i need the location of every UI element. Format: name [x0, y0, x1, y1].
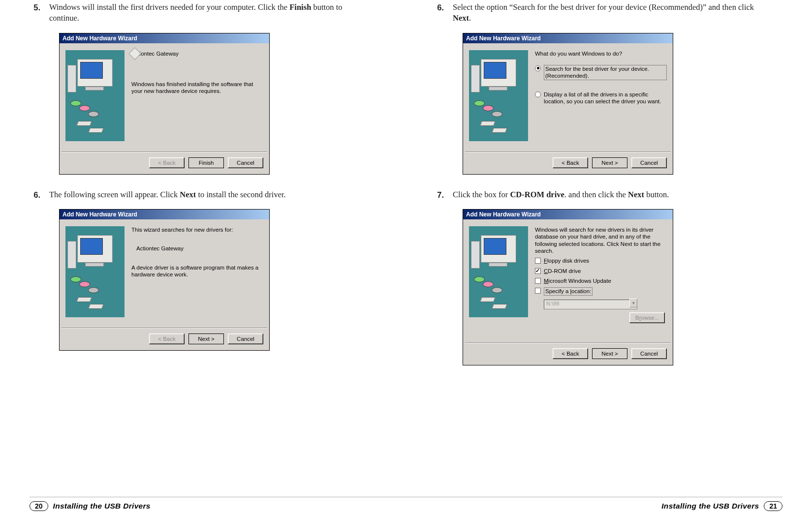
page-number-right: 21	[764, 501, 782, 511]
footer: 20 Installing the USB Drivers Installing…	[0, 501, 812, 511]
right-page: 6. Select the option “Search for the bes…	[433, 0, 768, 380]
next-button[interactable]: Next >	[592, 157, 627, 168]
wizard-art	[469, 226, 528, 317]
wizard-art	[65, 50, 125, 141]
wizard-title: Add New Hardware Wizard	[60, 33, 269, 43]
step-6-left: 6. The following screen will appear. Cli…	[30, 189, 364, 200]
footer-title-right: Installing the USB Drivers	[661, 502, 759, 511]
step-text: Windows will install the first drivers n…	[49, 2, 364, 24]
step-text: The following screen will appear. Click …	[49, 189, 286, 200]
radio-label: Display a list of all the drivers in a s…	[544, 91, 667, 105]
step-number: 5.	[30, 2, 40, 24]
check-label: CD-ROM drive	[544, 268, 581, 274]
search-intro: This wizard searches for new drivers for…	[131, 226, 263, 233]
finish-message: Windows has finished installing the soft…	[131, 81, 263, 95]
step-number: 6.	[30, 189, 40, 200]
checkbox-icon	[535, 288, 541, 294]
radio-icon	[535, 65, 541, 71]
cancel-button[interactable]: Cancel	[631, 157, 667, 168]
wizard-art	[65, 226, 125, 317]
next-button[interactable]: Next >	[592, 348, 627, 359]
search-intro: Windows will search for new drivers in i…	[535, 226, 667, 255]
cancel-button[interactable]: Cancel	[631, 348, 667, 359]
wizard-search-intro: Add New Hardware Wizard This wizard sear…	[59, 209, 270, 351]
step-7: 7. Click the box for CD-ROM drive. and t…	[433, 189, 768, 200]
driver-explain: A device driver is a software program th…	[131, 264, 263, 278]
checkbox-icon	[535, 268, 541, 274]
checkbox-icon	[535, 278, 541, 284]
footer-title-left: Installing the USB Drivers	[53, 502, 151, 511]
wizard-art	[469, 50, 528, 141]
wizard-title: Add New Hardware Wizard	[463, 33, 673, 43]
check-windows-update[interactable]: Microsoft Windows Update	[535, 277, 667, 284]
step-number: 6.	[433, 2, 444, 24]
prompt: What do you want Windows to do?	[535, 50, 667, 57]
device-name: Actiontec Gateway	[136, 245, 263, 252]
back-button[interactable]: < Back	[553, 348, 588, 359]
radio-display-list[interactable]: Display a list of all the drivers in a s…	[535, 91, 667, 105]
check-label: Microsoft Windows Update	[544, 277, 611, 284]
device-name: Actiontec Gateway	[131, 50, 263, 57]
step-text: Select the option “Search for the best d…	[453, 2, 768, 24]
check-cdrom[interactable]: CD-ROM drive	[535, 268, 667, 274]
back-button: < Back	[149, 333, 185, 344]
step-text: Click the box for CD-ROM drive. and then…	[453, 189, 669, 200]
cancel-button[interactable]: Cancel	[228, 157, 263, 168]
radio-recommended[interactable]: Search for the best driver for your devi…	[535, 65, 667, 80]
step-5: 5. Windows will install the first driver…	[30, 2, 364, 24]
footer-rule	[30, 497, 782, 497]
radio-label: Search for the best driver for your devi…	[544, 65, 667, 80]
step-number: 7.	[433, 189, 444, 200]
check-floppy[interactable]: FFloppy disk drivesloppy disk drives	[535, 257, 667, 264]
check-label: FFloppy disk drivesloppy disk drives	[544, 257, 589, 264]
wizard-search-locations: Add New Hardware Wizard Windows will sea…	[463, 209, 673, 365]
left-page: 5. Windows will install the first driver…	[30, 0, 364, 380]
finish-button[interactable]: Finish	[188, 157, 224, 168]
wizard-title: Add New Hardware Wizard	[463, 210, 673, 219]
back-button[interactable]: < Back	[553, 157, 588, 168]
check-specify-location[interactable]: Specify a location:	[535, 287, 667, 295]
location-input[interactable]: N:\98	[544, 300, 637, 309]
cancel-button[interactable]: Cancel	[228, 333, 263, 344]
wizard-finish: Add New Hardware Wizard Actiontec Gatewa…	[59, 33, 270, 175]
dropdown-icon: ▾	[629, 299, 637, 307]
wizard-title: Add New Hardware Wizard	[60, 210, 269, 219]
step-6-right: 6. Select the option “Search for the bes…	[433, 2, 768, 24]
page-number-left: 20	[30, 501, 48, 511]
checkbox-icon	[535, 258, 541, 264]
browse-button: Browse...	[629, 312, 665, 323]
next-button[interactable]: Next >	[188, 333, 224, 344]
back-button: < Back	[149, 157, 185, 168]
wizard-search-choice: Add New Hardware Wizard What do you want…	[463, 33, 673, 175]
check-label: Specify a location:	[544, 287, 593, 295]
radio-icon	[535, 91, 541, 97]
